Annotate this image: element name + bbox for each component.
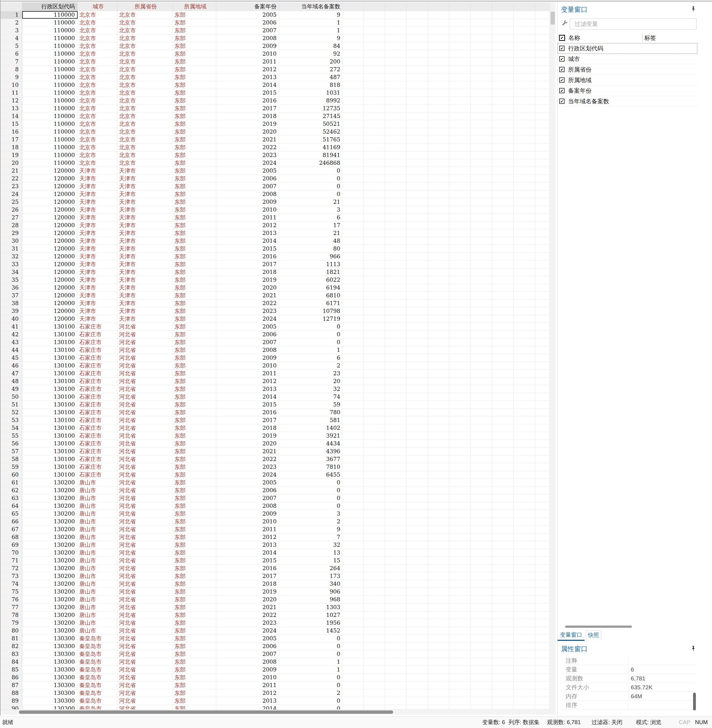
cell-code[interactable]: 130100 bbox=[22, 401, 78, 409]
row-number[interactable]: 29 bbox=[0, 229, 22, 237]
row-number[interactable]: 40 bbox=[0, 315, 22, 322]
cell-count[interactable]: 0 bbox=[279, 650, 342, 658]
variable-checkbox[interactable]: ✔ bbox=[559, 98, 565, 104]
cell-code[interactable]: 130200 bbox=[22, 549, 78, 557]
cell-province[interactable]: 河北省 bbox=[117, 666, 172, 673]
cell-count[interactable]: 4434 bbox=[279, 440, 342, 447]
row-number[interactable]: 14 bbox=[0, 113, 22, 120]
cell-year[interactable]: 2012 bbox=[216, 689, 279, 697]
cell-province[interactable]: 河北省 bbox=[117, 705, 172, 709]
cell-year[interactable]: 2010 bbox=[216, 362, 279, 370]
row-number[interactable]: 84 bbox=[0, 658, 22, 666]
cell-code[interactable]: 110000 bbox=[22, 11, 78, 19]
cell-year[interactable]: 2007 bbox=[216, 27, 279, 34]
cell-year[interactable]: 2007 bbox=[216, 183, 279, 190]
cell-code[interactable]: 110000 bbox=[22, 19, 78, 27]
cell-count[interactable]: 12735 bbox=[279, 105, 342, 112]
cell-count[interactable]: 0 bbox=[279, 323, 342, 330]
cell-city[interactable]: 秦皇岛市 bbox=[78, 674, 117, 681]
cell-year[interactable]: 2018 bbox=[216, 268, 279, 276]
cell-region[interactable]: 东部 bbox=[172, 323, 216, 330]
cell-count[interactable]: 8992 bbox=[279, 97, 342, 104]
cell-province[interactable]: 天津市 bbox=[117, 206, 172, 214]
row-number[interactable]: 28 bbox=[0, 221, 22, 229]
cell-city[interactable]: 北京市 bbox=[78, 58, 117, 65]
row-number[interactable]: 55 bbox=[0, 432, 22, 440]
cell-count[interactable]: 6810 bbox=[279, 292, 342, 299]
cell-region[interactable]: 东部 bbox=[172, 565, 216, 572]
cell-count[interactable]: 0 bbox=[279, 339, 342, 346]
cell-city[interactable]: 唐山市 bbox=[78, 557, 117, 564]
cell-code[interactable]: 120000 bbox=[22, 206, 78, 214]
cell-count[interactable]: 50521 bbox=[279, 120, 342, 128]
cell-count[interactable]: 0 bbox=[279, 635, 342, 642]
cell-region[interactable]: 东部 bbox=[172, 66, 216, 73]
cell-code[interactable]: 110000 bbox=[22, 120, 78, 128]
cell-count[interactable]: 59 bbox=[279, 401, 342, 409]
row-number[interactable]: 63 bbox=[0, 495, 22, 502]
cell-region[interactable]: 东部 bbox=[172, 331, 216, 338]
property-row[interactable]: 观测数6,781 bbox=[561, 674, 696, 683]
col-header-year[interactable]: 备案年份 bbox=[216, 2, 279, 11]
cell-count[interactable]: 74 bbox=[279, 393, 342, 401]
cell-count[interactable]: 968 bbox=[279, 596, 342, 603]
cell-count[interactable]: 0 bbox=[279, 705, 342, 709]
cell-code[interactable]: 120000 bbox=[22, 229, 78, 237]
cell-region[interactable]: 东部 bbox=[172, 206, 216, 214]
cell-city[interactable]: 北京市 bbox=[78, 11, 117, 19]
row-number[interactable]: 5 bbox=[0, 42, 22, 50]
horizontal-scrollbar[interactable] bbox=[0, 709, 549, 715]
cell-region[interactable]: 东部 bbox=[172, 541, 216, 549]
cell-province[interactable]: 河北省 bbox=[117, 549, 172, 557]
cell-code[interactable]: 130200 bbox=[22, 557, 78, 564]
cell-count[interactable]: 6194 bbox=[279, 284, 342, 291]
cell-province[interactable]: 北京市 bbox=[117, 81, 172, 89]
cell-province[interactable]: 河北省 bbox=[117, 682, 172, 689]
cell-province[interactable]: 河北省 bbox=[117, 572, 172, 580]
cell-code[interactable]: 130100 bbox=[22, 377, 78, 385]
cell-city[interactable]: 石家庄市 bbox=[78, 471, 117, 478]
cell-code[interactable]: 120000 bbox=[22, 198, 78, 206]
cell-year[interactable]: 2007 bbox=[216, 650, 279, 658]
cell-code[interactable]: 130200 bbox=[22, 541, 78, 549]
cell-province[interactable]: 天津市 bbox=[117, 261, 172, 268]
cell-code[interactable]: 120000 bbox=[22, 167, 78, 175]
cell-city[interactable]: 唐山市 bbox=[78, 627, 117, 634]
cell-region[interactable]: 东部 bbox=[172, 557, 216, 564]
cell-city[interactable]: 天津市 bbox=[78, 315, 117, 322]
cell-region[interactable]: 东部 bbox=[172, 50, 216, 58]
cell-year[interactable]: 2012 bbox=[216, 377, 279, 385]
row-number[interactable]: 25 bbox=[0, 198, 22, 206]
cell-region[interactable]: 东部 bbox=[172, 377, 216, 385]
cell-code[interactable]: 130100 bbox=[22, 346, 78, 354]
cell-region[interactable]: 东部 bbox=[172, 549, 216, 557]
cell-count[interactable]: 0 bbox=[279, 190, 342, 198]
cell-code[interactable]: 130300 bbox=[22, 689, 78, 697]
cell-year[interactable]: 2017 bbox=[216, 416, 279, 424]
cell-count[interactable]: 32 bbox=[279, 541, 342, 549]
cell-province[interactable]: 河北省 bbox=[117, 487, 172, 494]
cell-province[interactable]: 河北省 bbox=[117, 339, 172, 346]
cell-year[interactable]: 2005 bbox=[216, 167, 279, 175]
cell-year[interactable]: 2011 bbox=[216, 526, 279, 533]
cell-code[interactable]: 130200 bbox=[22, 518, 78, 525]
cell-count[interactable]: 487 bbox=[279, 73, 342, 81]
cell-code[interactable]: 110000 bbox=[22, 73, 78, 81]
cell-province[interactable]: 河北省 bbox=[117, 331, 172, 338]
cell-code[interactable]: 130300 bbox=[22, 635, 78, 642]
cell-count[interactable]: 0 bbox=[279, 479, 342, 486]
cell-province[interactable]: 河北省 bbox=[117, 346, 172, 354]
property-row[interactable]: 变量6 bbox=[561, 665, 696, 674]
cell-code[interactable]: 130200 bbox=[22, 572, 78, 580]
cell-city[interactable]: 天津市 bbox=[78, 261, 117, 268]
cell-code[interactable]: 120000 bbox=[22, 175, 78, 182]
cell-city[interactable]: 天津市 bbox=[78, 308, 117, 315]
cell-province[interactable]: 北京市 bbox=[117, 58, 172, 65]
cell-code[interactable]: 130200 bbox=[22, 487, 78, 494]
cell-year[interactable]: 2013 bbox=[216, 541, 279, 549]
cell-city[interactable]: 天津市 bbox=[78, 198, 117, 206]
cell-code[interactable]: 130100 bbox=[22, 471, 78, 478]
cell-code[interactable]: 130300 bbox=[22, 705, 78, 709]
cell-city[interactable]: 唐山市 bbox=[78, 487, 117, 494]
cell-city[interactable]: 唐山市 bbox=[78, 533, 117, 541]
